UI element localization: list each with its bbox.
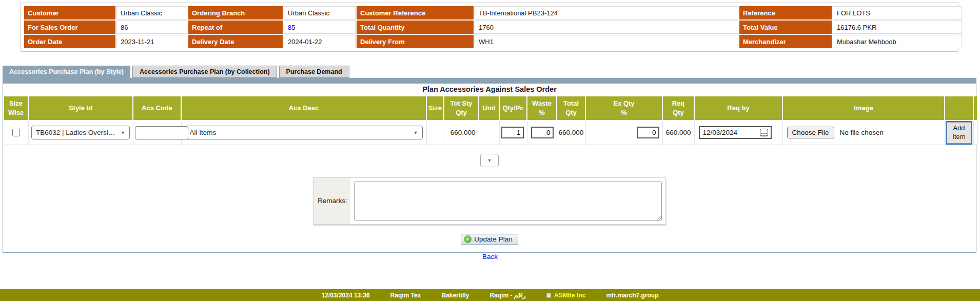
info-value-delivery-date: 2024-01-22 <box>284 35 356 48</box>
ex-qty-pct-input[interactable] <box>637 127 659 138</box>
info-label-total-value: Total Value <box>739 21 832 34</box>
tab-accessories-purchase-plan-by-collection[interactable]: Accessories Purchase Plan (by Collection… <box>132 66 277 78</box>
sales-order-link[interactable]: 86 <box>121 24 128 31</box>
plan-tabs: Accessories Purchase Plan (by Style) Acc… <box>3 66 349 78</box>
waste-pct-input[interactable] <box>531 127 554 138</box>
calendar-icon[interactable] <box>760 129 768 136</box>
unit-cell <box>479 121 499 145</box>
grid-data-row: TB6032 | Ladies Oversized ... ▼ All Item… <box>4 121 977 145</box>
info-row: Order Date 2023-11-21 Delivery Date 2024… <box>24 35 962 48</box>
page-title: Plan Accessories Against Sales Order <box>3 84 976 95</box>
choose-file-button[interactable]: Choose File <box>787 127 834 138</box>
repeat-of-link[interactable]: 85 <box>288 24 295 31</box>
col-header-end <box>973 96 977 121</box>
col-header-total-qty: Total Qty <box>557 96 585 121</box>
col-header-size-wise: Size Wise <box>4 96 28 121</box>
footer-domain: mfr.march7.group <box>606 292 658 299</box>
info-value-customer-reference: TB-International PB23-124 <box>475 6 738 19</box>
col-header-add <box>945 96 973 121</box>
col-header-req-by: Req by <box>694 96 782 121</box>
size-wise-cell <box>4 121 28 145</box>
footer-vendor-link[interactable]: ASMIte Inc <box>554 292 585 299</box>
asmite-logo-icon: ▦ <box>546 292 551 298</box>
sales-order-info-panel: Customer Urban Classic Ordering Branch U… <box>21 3 958 52</box>
remarks-box: Remarks: <box>313 177 666 225</box>
info-label-merchandizer: Merchandizer <box>739 35 832 48</box>
end-cell <box>973 121 977 145</box>
col-header-tot-sty-qty: Tot Sty Qty <box>444 96 479 121</box>
qty-per-pc-input[interactable] <box>501 127 524 138</box>
add-item-button[interactable]: Add Item <box>947 122 971 144</box>
info-label-customer-reference: Customer Reference <box>357 6 474 19</box>
req-by-cell: 12/03/2024 <box>694 121 782 145</box>
waste-pct-cell <box>527 121 557 145</box>
ex-qty-pct-cell <box>585 121 662 145</box>
info-value-order-date: 2023-11-21 <box>116 35 187 48</box>
remarks-textarea[interactable] <box>354 182 662 220</box>
info-label-order-date: Order Date <box>24 35 115 48</box>
info-value-delivery-from: WH1 <box>475 35 738 48</box>
size-wise-checkbox[interactable] <box>12 129 20 136</box>
check-circle-icon: ✓ <box>464 235 472 243</box>
style-id-selected-value: TB6032 | Ladies Oversized ... <box>36 129 117 136</box>
req-by-date-value: 12/03/2024 <box>703 129 738 136</box>
image-cell: Choose File No file chosen <box>782 121 945 145</box>
grid-header-row: Size Wise Style Id Acs Code Acs Desc Siz… <box>4 96 977 121</box>
acs-desc-cell: All Items ▼ <box>181 121 426 145</box>
sales-order-info-table: Customer Urban Classic Ordering Branch U… <box>23 5 963 49</box>
info-label-delivery-from: Delivery From <box>357 35 474 48</box>
back-link[interactable]: Back <box>482 253 498 260</box>
chevron-down-icon: ▼ <box>121 130 125 135</box>
panel-top-bar <box>3 78 976 84</box>
info-label-repeat-of: Repeat of <box>188 21 283 34</box>
tab-accessories-purchase-plan-by-style[interactable]: Accessories Purchase Plan (by Style) <box>3 66 130 78</box>
col-header-req-qty: Req Qty <box>662 96 694 121</box>
col-header-ex-qty-pct: Ex Qty % <box>585 96 662 121</box>
info-value-total-quantity: 1760 <box>475 21 738 34</box>
col-header-size: Size <box>426 96 444 121</box>
style-id-cell: TB6032 | Ladies Oversized ... ▼ <box>28 121 133 145</box>
qty-pc-cell <box>499 121 527 145</box>
info-value-customer: Urban Classic <box>116 6 187 19</box>
col-header-waste-pct: Waste % <box>527 96 557 121</box>
info-row: For Sales Order 86 Repeat of 85 Total Qu… <box>24 21 962 34</box>
footer-company: Raqim Tex <box>390 292 421 299</box>
acs-code-input[interactable] <box>135 126 188 139</box>
info-value-merchandizer: Mubashar Mehboob <box>833 35 962 48</box>
row-expander-button[interactable]: ▼ <box>480 154 499 167</box>
back-row: Back <box>0 252 980 261</box>
tab-purchase-demand[interactable]: Purchase Demand <box>279 66 349 78</box>
footer-name-bilingual: Raqim - راقم <box>489 292 525 299</box>
col-header-qty-pc: Qty/Pc <box>499 96 527 121</box>
total-qty-cell: 660.000 <box>557 121 585 145</box>
info-value-repeat-of: 85 <box>284 21 356 34</box>
size-cell <box>426 121 444 145</box>
info-label-ordering-branch: Ordering Branch <box>188 6 283 19</box>
col-header-unit: Unit <box>479 96 499 121</box>
chevron-down-icon: ▼ <box>414 130 418 135</box>
info-value-ordering-branch: Urban Classic <box>284 6 356 19</box>
info-label-delivery-date: Delivery Date <box>188 35 283 48</box>
update-plan-button[interactable]: ✓ Update Plan <box>461 234 518 245</box>
footer-datetime: 12/03/2024 13:36 <box>322 292 370 299</box>
style-id-select[interactable]: TB6032 | Ladies Oversized ... ▼ <box>31 126 130 139</box>
info-row: Customer Urban Classic Ordering Branch U… <box>24 6 962 19</box>
req-qty-cell: 660.000 <box>662 121 694 145</box>
update-plan-label: Update Plan <box>474 235 512 243</box>
info-value-for-sales-order: 86 <box>116 21 187 34</box>
info-label-customer: Customer <box>24 6 115 19</box>
tot-sty-qty-cell: 660.000 <box>444 121 479 145</box>
accessories-plan-grid: Size Wise Style Id Acs Code Acs Desc Siz… <box>3 95 978 145</box>
info-label-reference: Reference <box>739 6 832 19</box>
acs-desc-select[interactable]: All Items ▼ <box>185 126 423 139</box>
info-value-total-value: 16176.6 PKR <box>833 21 962 34</box>
status-bar: 12/03/2024 13:36 Raqim Tex Bakertilly Ra… <box>0 289 980 301</box>
req-by-date-input[interactable]: 12/03/2024 <box>699 126 772 139</box>
acs-desc-selected-value: All Items <box>190 129 217 136</box>
col-header-image: Image <box>782 96 945 121</box>
footer-auditor: Bakertilly <box>441 292 469 299</box>
col-header-acs-desc: Acs Desc <box>181 96 426 121</box>
col-header-style-id: Style Id <box>28 96 133 121</box>
info-label-total-quantity: Total Quantity <box>357 21 474 34</box>
info-value-reference: FOR LOTS <box>833 6 962 19</box>
